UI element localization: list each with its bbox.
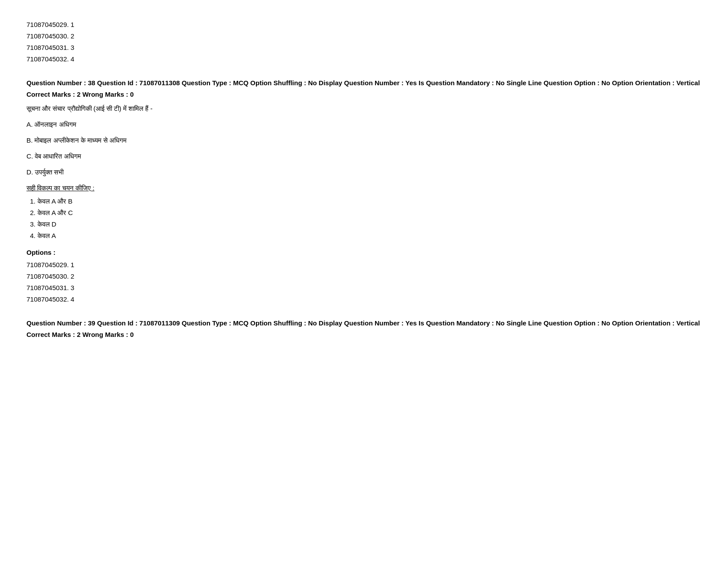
option-b: B. मोबाइल अप्लीकेशन के माध्यम से अधिगम — [26, 135, 702, 146]
question-38-marks: Correct Marks : 2 Wrong Marks : 0 — [26, 89, 702, 100]
top-option-item-3: 71087045031. 3 — [26, 42, 702, 53]
q38-option-id-3: 71087045031. 3 — [26, 283, 702, 293]
top-option-item-1: 71087045029. 1 — [26, 19, 702, 30]
option-c: C. वेब आधारित अधिगम — [26, 151, 702, 162]
sub-question-text: सही विकल्प का चयन कीजिए : — [26, 183, 702, 193]
q38-option-id-1: 71087045029. 1 — [26, 260, 702, 270]
option-a-label: A. — [26, 121, 34, 128]
answer-option-3: 3. केवल D — [30, 219, 702, 230]
option-d-text: उपर्युक्त सभी — [35, 168, 64, 176]
answer-option-4: 4. केवल A — [30, 230, 702, 241]
question-39-header: Question Number : 39 Question Id : 71087… — [26, 318, 702, 329]
top-options-list: 71087045029. 1 71087045030. 2 7108704503… — [26, 19, 702, 64]
option-c-text: वेब आधारित अधिगम — [35, 152, 81, 160]
answer-options: 1. केवल A और B 2. केवल A और C 3. केवल D … — [30, 196, 702, 241]
option-a: A. ऑनलाइन अधिगम — [26, 119, 702, 130]
question-39-block: Question Number : 39 Question Id : 71087… — [26, 318, 702, 340]
option-b-text: मोबाइल अप्लीकेशन के माध्यम से अधिगम — [34, 136, 127, 144]
option-a-text: ऑनलाइन अधिगम — [34, 121, 76, 128]
option-b-label: B. — [26, 136, 34, 144]
top-option-item-2: 71087045030. 2 — [26, 31, 702, 42]
option-d-label: D. — [26, 168, 35, 176]
top-options-section: 71087045029. 1 71087045030. 2 7108704503… — [26, 19, 702, 64]
option-c-label: C. — [26, 152, 35, 160]
q38-option-id-2: 71087045030. 2 — [26, 271, 702, 282]
q38-options-list: 71087045029. 1 71087045030. 2 7108704503… — [26, 260, 702, 305]
q38-options-label: Options : — [26, 247, 702, 258]
question-39-marks: Correct Marks : 2 Wrong Marks : 0 — [26, 329, 702, 340]
question-38-header: Question Number : 38 Question Id : 71087… — [26, 78, 702, 88]
top-option-item-4: 71087045032. 4 — [26, 54, 702, 64]
question-38-text: सूचना और संचार प्रौद्योगिकी (आई सी टी) म… — [26, 103, 702, 114]
answer-option-2: 2. केवल A और C — [30, 208, 702, 218]
option-d: D. उपर्युक्त सभी — [26, 167, 702, 178]
question-38-block: Question Number : 38 Question Id : 71087… — [26, 78, 702, 305]
q38-option-id-4: 71087045032. 4 — [26, 294, 702, 305]
answer-option-1: 1. केवल A और B — [30, 196, 702, 207]
